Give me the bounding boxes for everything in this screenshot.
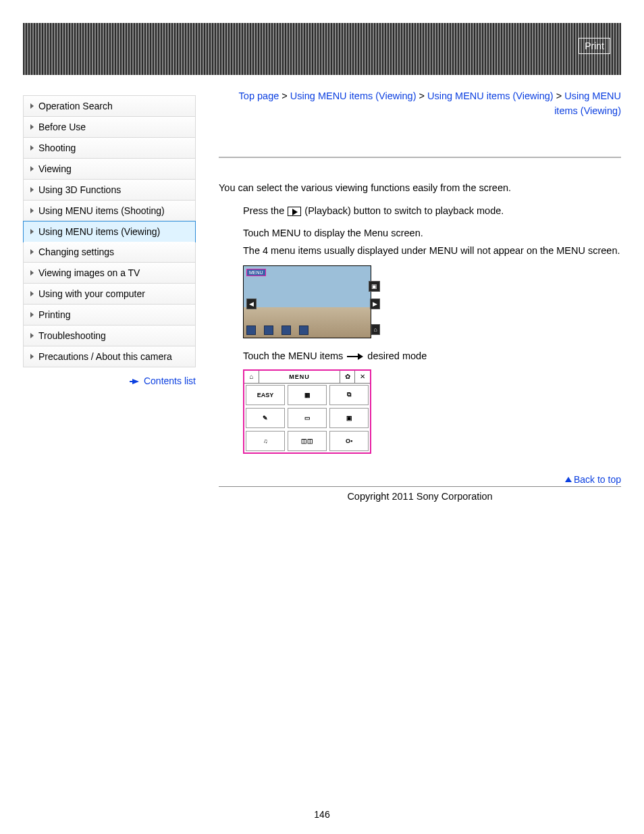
menu-cell: ▭ <box>288 408 327 428</box>
playback-icon <box>288 207 301 216</box>
sidebar-item-2[interactable]: Shooting <box>24 138 195 159</box>
menu-title: MENU <box>259 371 340 383</box>
menu-cell: EASY <box>246 385 285 405</box>
menu-grid-screenshot: ⌂ MENU ✿ ✕ EASY ▦ ⧉ ✎ ▭ ▣ <box>243 369 371 454</box>
main-content: Top page > Using MENU items (Viewing) > … <box>196 88 621 502</box>
menu-cell: ♫ <box>246 431 285 451</box>
step-2b: The 4 menu items usually displayed under… <box>243 244 621 259</box>
breadcrumb-sep: > <box>279 90 290 101</box>
menu-cell: O▪ <box>329 431 369 451</box>
menu-gear-icon: ✿ <box>340 371 355 383</box>
triangle-up-icon <box>565 477 572 482</box>
menu-cell: ✎ <box>246 408 285 428</box>
menu-tag: MENU <box>246 269 266 276</box>
sidebar-item-8[interactable]: Viewing images on a TV <box>24 263 195 284</box>
camera-playback-screenshot: MENU ◀ ▣ ▶ ⌂ <box>243 265 371 338</box>
arrow-right-icon <box>132 379 139 384</box>
bottom-icon-3 <box>281 325 291 335</box>
menu-home-icon: ⌂ <box>244 371 259 383</box>
breadcrumb: Top page > Using MENU items (Viewing) > … <box>219 88 621 119</box>
contents-list-link[interactable]: Contents list <box>144 375 196 386</box>
sidebar-item-3[interactable]: Viewing <box>24 159 195 180</box>
breadcrumb-sep: > <box>554 90 565 101</box>
copyright-text: Copyright 2011 Sony Corporation <box>219 491 621 502</box>
step-1: Press the (Playback) button to switch to… <box>243 204 621 219</box>
intro-text: You can select the various viewing funct… <box>219 181 621 196</box>
sidebar-item-1[interactable]: Before Use <box>24 117 195 138</box>
step-2a: Touch MENU to display the Menu screen. <box>243 226 621 241</box>
home-chip: ⌂ <box>371 324 380 335</box>
next-icon: ▶ <box>370 298 380 309</box>
bottom-icon-2 <box>264 325 273 335</box>
prev-icon: ◀ <box>246 298 257 309</box>
breadcrumb-link-0[interactable]: Top page <box>239 90 279 101</box>
menu-cell: ◫◫ <box>288 431 327 451</box>
back-to-top-link[interactable]: Back to top <box>565 474 621 485</box>
flow-arrow-icon <box>347 354 363 359</box>
breadcrumb-link-1[interactable]: Using MENU items (Viewing) <box>290 90 417 101</box>
sidebar-nav: Operation SearchBefore UseShootingViewin… <box>23 95 196 502</box>
header-band: Print <box>23 23 621 75</box>
step1-post: button to switch to playback mode. <box>351 205 504 216</box>
menu-cell: ▦ <box>288 385 327 405</box>
sidebar-item-12[interactable]: Precautions / About this camera <box>24 346 195 367</box>
bottom-icon-1 <box>246 325 256 335</box>
bottom-icon-4 <box>299 325 308 335</box>
page-number: 146 <box>0 809 644 820</box>
step3-post: desired mode <box>367 350 427 361</box>
sidebar-item-6[interactable]: Using MENU items (Viewing) <box>23 221 196 242</box>
back-to-top-label: Back to top <box>574 474 621 485</box>
sidebar-item-5[interactable]: Using MENU items (Shooting) <box>24 201 195 221</box>
print-link[interactable]: Print <box>579 38 610 54</box>
playback-label: (Playback) <box>304 205 351 216</box>
sidebar-item-0[interactable]: Operation Search <box>24 96 195 117</box>
sidebar-item-11[interactable]: Troubleshooting <box>24 325 195 346</box>
sidebar-item-9[interactable]: Using with your computer <box>24 284 195 305</box>
step1-pre: Press the <box>243 205 287 216</box>
sidebar-item-7[interactable]: Changing settings <box>24 242 195 263</box>
breadcrumb-sep: > <box>416 90 427 101</box>
breadcrumb-current: Using MENU items (Viewing) <box>554 90 621 116</box>
breadcrumb-link-2[interactable]: Using MENU items (Viewing) <box>427 90 554 101</box>
sidebar-item-4[interactable]: Using 3D Functions <box>24 180 195 201</box>
view-chip: ▣ <box>369 281 380 292</box>
menu-cell: ▣ <box>329 408 369 428</box>
section-divider <box>219 157 621 158</box>
menu-close-icon: ✕ <box>355 371 370 383</box>
step-3: Touch the MENU items desired mode <box>243 350 621 361</box>
sidebar-item-10[interactable]: Printing <box>24 305 195 325</box>
menu-cell: ⧉ <box>329 385 369 405</box>
step3-pre: Touch the MENU items <box>243 350 346 361</box>
